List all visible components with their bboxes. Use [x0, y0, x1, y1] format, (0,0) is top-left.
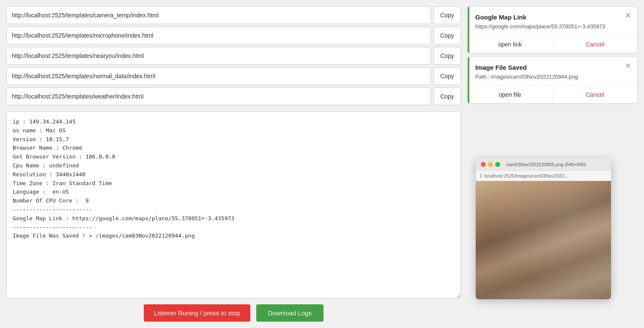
popup-map-card: ✕ Google Map Link https://google.com/map… — [467, 6, 638, 53]
url-row-3: Copy — [6, 47, 461, 65]
close-map-popup-icon[interactable]: ✕ — [625, 12, 631, 19]
open-file-button[interactable]: open file — [468, 86, 552, 103]
popup-image-actions: open file Cancel — [468, 86, 637, 103]
close-image-popup-icon[interactable]: ✕ — [625, 62, 631, 70]
popup-image-card: ✕ Image File Saved Path : images/cam03No… — [467, 57, 638, 104]
left-panel: Copy Copy Copy Copy Copy ip : 149.34.244… — [6, 6, 461, 322]
minimize-traffic-light[interactable] — [488, 162, 493, 167]
popup-image-value: Path : images/cam03Nov2022120944.png — [475, 74, 630, 80]
popup-image-title: Image File Saved — [475, 64, 630, 71]
popup-map-value: https://google.com/maps/place/55.378051+… — [475, 23, 630, 30]
url-input-4[interactable] — [6, 67, 431, 85]
copy-button-5[interactable]: Copy — [433, 87, 461, 105]
cancel-image-button[interactable]: Cancel — [553, 86, 637, 103]
browser-titlebar: cam03Nov2022120805.png (640×640) — [476, 159, 611, 170]
url-input-5[interactable] — [6, 87, 431, 105]
log-textarea[interactable]: ip : 149.34.244.145 os name : Mac OS Ver… — [6, 111, 461, 298]
browser-content — [476, 181, 611, 299]
download-logs-button[interactable]: Download Logs — [256, 304, 323, 322]
copy-button-4[interactable]: Copy — [433, 67, 461, 85]
open-link-button[interactable]: open link — [468, 36, 552, 53]
camera-image — [476, 181, 611, 299]
right-panel: ✕ Google Map Link https://google.com/map… — [467, 6, 638, 322]
copy-button-1[interactable]: Copy — [433, 6, 461, 24]
stop-button[interactable]: Listener Runing / press to stop — [144, 304, 250, 322]
traffic-lights — [481, 162, 500, 167]
popup-map-title: Google Map Link — [475, 14, 630, 21]
main-container: Copy Copy Copy Copy Copy ip : 149.34.244… — [0, 0, 644, 328]
url-row-2: Copy — [6, 27, 461, 44]
browser-window: cam03Nov2022120805.png (640×640) ℹ local… — [476, 159, 611, 299]
bottom-buttons: Listener Runing / press to stop Download… — [6, 304, 461, 322]
browser-addressbar: ℹ localhost:2525/images/cam03Nov2022... — [476, 170, 611, 181]
url-input-2[interactable] — [6, 27, 431, 44]
url-row-5: Copy — [6, 87, 461, 105]
popup-map-actions: open link Cancel — [468, 36, 637, 53]
copy-button-3[interactable]: Copy — [433, 47, 461, 65]
browser-window-title: cam03Nov2022120805.png (640×640) — [506, 162, 586, 167]
url-row-1: Copy — [6, 6, 461, 24]
url-input-1[interactable] — [6, 6, 431, 24]
copy-button-2[interactable]: Copy — [433, 27, 461, 44]
close-traffic-light[interactable] — [481, 162, 486, 167]
maximize-traffic-light[interactable] — [495, 162, 500, 167]
cancel-map-button[interactable]: Cancel — [553, 36, 637, 53]
browser-address-text: localhost:2525/images/cam03Nov2022... — [484, 173, 568, 178]
url-input-3[interactable] — [6, 47, 431, 65]
url-row-4: Copy — [6, 67, 461, 85]
info-icon: ℹ — [480, 173, 482, 179]
